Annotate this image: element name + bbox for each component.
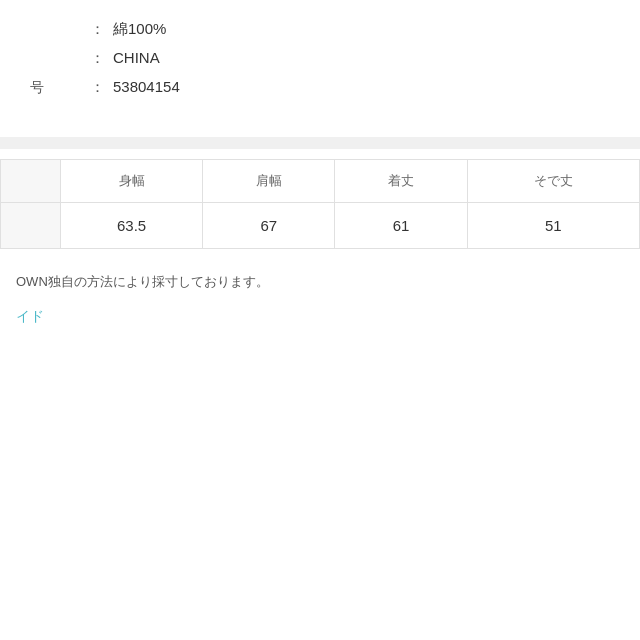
cell-kitate: 61 xyxy=(335,203,467,249)
info-row-material: ： 綿100% xyxy=(30,20,610,39)
link-section: イド xyxy=(0,301,640,332)
product-info-section: ： 綿100% ： CHINA 号 ： 53804154 xyxy=(0,0,640,127)
table-header-empty xyxy=(1,160,61,203)
link-label: イド xyxy=(16,308,44,324)
value-country: CHINA xyxy=(113,49,160,66)
info-row-country: ： CHINA xyxy=(30,49,610,68)
guide-link[interactable]: イド xyxy=(16,308,44,324)
table-header-kitate: 着丈 xyxy=(335,160,467,203)
section-divider xyxy=(0,137,640,149)
colon-country: ： xyxy=(90,49,105,68)
size-table-section: 身幅 肩幅 着丈 そで丈 63.5 67 61 51 xyxy=(0,159,640,259)
cell-sodete: 51 xyxy=(467,203,639,249)
size-table: 身幅 肩幅 着丈 そで丈 63.5 67 61 51 xyxy=(0,159,640,249)
table-header-mibaba: 身幅 xyxy=(61,160,203,203)
value-material: 綿100% xyxy=(113,20,166,39)
table-row: 63.5 67 61 51 xyxy=(1,203,640,249)
table-header-katahaba: 肩幅 xyxy=(203,160,335,203)
info-row-number: 号 ： 53804154 xyxy=(30,78,610,97)
cell-mibaba: 63.5 xyxy=(61,203,203,249)
colon-number: ： xyxy=(90,78,105,97)
table-header-row: 身幅 肩幅 着丈 そで丈 xyxy=(1,160,640,203)
value-number: 53804154 xyxy=(113,78,180,95)
measurement-note: OWN独自の方法により採寸しております。 xyxy=(0,259,640,301)
table-header-sodete: そで丈 xyxy=(467,160,639,203)
page-container: ： 綿100% ： CHINA 号 ： 53804154 身幅 肩幅 着丈 そで… xyxy=(0,0,640,640)
label-number: 号 xyxy=(30,79,90,97)
note-text: OWN独自の方法により採寸しております。 xyxy=(16,274,269,289)
cell-katahaba: 67 xyxy=(203,203,335,249)
colon-material: ： xyxy=(90,20,105,39)
row-label xyxy=(1,203,61,249)
